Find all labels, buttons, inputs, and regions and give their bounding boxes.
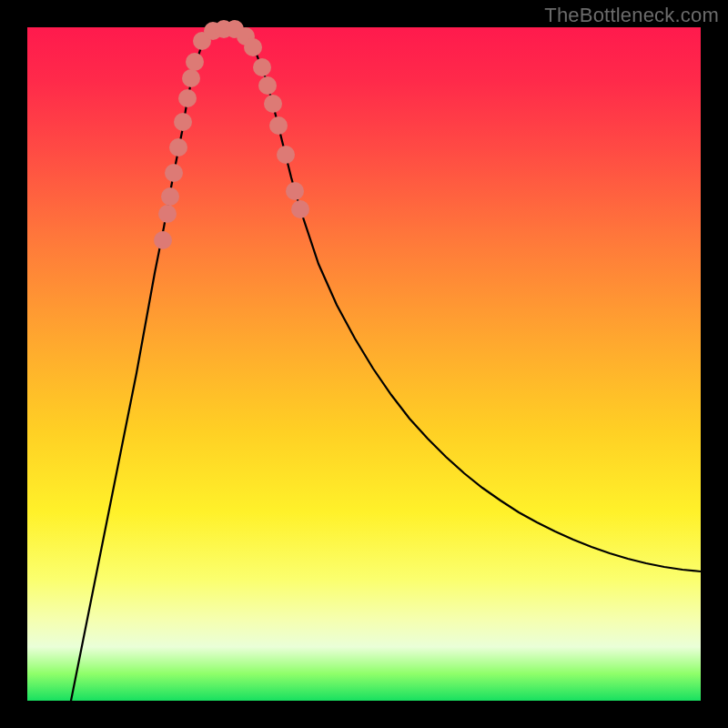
marker-dot (291, 200, 309, 218)
marker-dot (158, 205, 177, 223)
marker-dot (161, 187, 179, 206)
marker-dot (174, 113, 192, 131)
marker-dot (264, 95, 282, 113)
marker-dot (253, 58, 271, 76)
marker-dot (277, 146, 295, 164)
marker-dot (165, 164, 183, 182)
marker-dot (258, 76, 277, 95)
app-frame: TheBottleneck.com (0, 0, 728, 728)
marker-dot (244, 38, 262, 56)
marker-dot (186, 53, 204, 71)
marker-dot (286, 182, 304, 200)
marker-dot (169, 138, 187, 157)
watermark-text: TheBottleneck.com (544, 4, 719, 27)
bottleneck-curve (64, 29, 701, 728)
marker-dot (182, 69, 200, 87)
marker-dot (178, 89, 197, 107)
marker-dot (154, 231, 172, 249)
marker-dot (269, 116, 288, 135)
chart-plot-area (27, 27, 701, 701)
marker-dots-group (154, 20, 309, 249)
chart-svg (27, 27, 701, 701)
